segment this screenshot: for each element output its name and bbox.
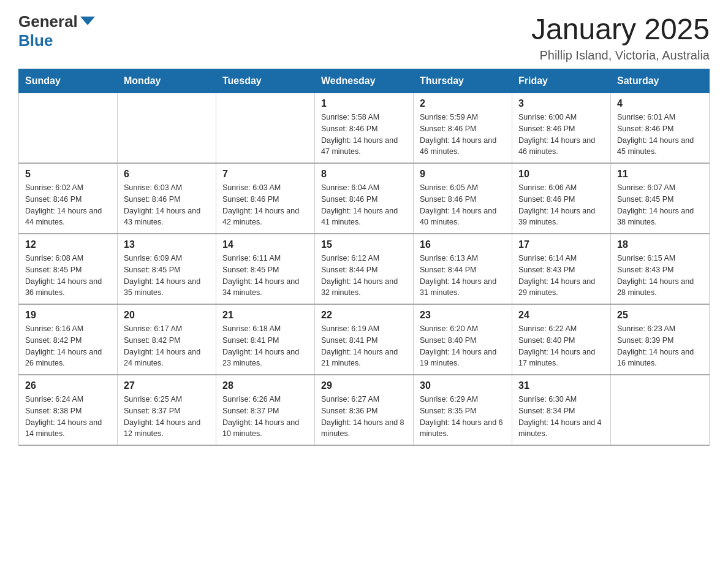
day-info: Sunrise: 6:00 AMSunset: 8:46 PMDaylight:…: [518, 112, 604, 158]
day-number: 19: [25, 310, 111, 321]
day-info: Sunrise: 6:17 AMSunset: 8:42 PMDaylight:…: [124, 323, 210, 369]
day-info: Sunrise: 6:04 AMSunset: 8:46 PMDaylight:…: [321, 182, 407, 228]
logo-general-text: General: [18, 12, 78, 31]
day-number: 21: [222, 310, 308, 321]
calendar-cell: 4Sunrise: 6:01 AMSunset: 8:46 PMDaylight…: [611, 93, 710, 164]
day-number: 3: [518, 98, 604, 109]
day-number: 17: [518, 239, 604, 250]
day-info: Sunrise: 6:13 AMSunset: 8:44 PMDaylight:…: [420, 253, 506, 299]
calendar-cell: 15Sunrise: 6:12 AMSunset: 8:44 PMDayligh…: [315, 234, 414, 304]
day-info: Sunrise: 6:20 AMSunset: 8:40 PMDaylight:…: [420, 323, 506, 369]
calendar-cell: 30Sunrise: 6:29 AMSunset: 8:35 PMDayligh…: [414, 375, 512, 445]
day-info: Sunrise: 6:03 AMSunset: 8:46 PMDaylight:…: [124, 182, 210, 228]
day-info: Sunrise: 6:06 AMSunset: 8:46 PMDaylight:…: [518, 182, 604, 228]
day-info: Sunrise: 6:26 AMSunset: 8:37 PMDaylight:…: [222, 394, 308, 440]
day-number: 7: [222, 169, 308, 180]
day-number: 20: [124, 310, 210, 321]
page-header: General Blue January 2025 Phillip Island…: [18, 12, 710, 63]
day-info: Sunrise: 6:19 AMSunset: 8:41 PMDaylight:…: [321, 323, 407, 369]
day-number: 16: [420, 239, 506, 250]
day-info: Sunrise: 6:02 AMSunset: 8:46 PMDaylight:…: [25, 182, 111, 228]
calendar-cell: 10Sunrise: 6:06 AMSunset: 8:46 PMDayligh…: [512, 163, 611, 234]
calendar-cell: 28Sunrise: 6:26 AMSunset: 8:37 PMDayligh…: [216, 375, 315, 445]
day-info: Sunrise: 6:30 AMSunset: 8:34 PMDaylight:…: [518, 394, 604, 440]
calendar-cell: [118, 93, 216, 164]
day-info: Sunrise: 6:11 AMSunset: 8:45 PMDaylight:…: [222, 253, 308, 299]
calendar-cell: 1Sunrise: 5:58 AMSunset: 8:46 PMDaylight…: [315, 93, 414, 164]
day-number: 24: [518, 310, 604, 321]
calendar-week-row: 1Sunrise: 5:58 AMSunset: 8:46 PMDaylight…: [19, 93, 710, 164]
day-number: 27: [124, 380, 210, 391]
calendar-cell: [611, 375, 710, 445]
day-number: 18: [617, 239, 703, 250]
day-info: Sunrise: 6:08 AMSunset: 8:45 PMDaylight:…: [25, 253, 111, 299]
calendar-cell: [19, 93, 118, 164]
calendar-header-row: SundayMondayTuesdayWednesdayThursdayFrid…: [19, 69, 710, 93]
calendar-cell: 8Sunrise: 6:04 AMSunset: 8:46 PMDaylight…: [315, 163, 414, 234]
logo-blue-text: Blue: [18, 31, 53, 50]
calendar-cell: 14Sunrise: 6:11 AMSunset: 8:45 PMDayligh…: [216, 234, 315, 304]
calendar-week-row: 5Sunrise: 6:02 AMSunset: 8:46 PMDaylight…: [19, 163, 710, 234]
day-info: Sunrise: 6:03 AMSunset: 8:46 PMDaylight:…: [222, 182, 308, 228]
title-block: January 2025 Phillip Island, Victoria, A…: [531, 12, 710, 63]
calendar-cell: 20Sunrise: 6:17 AMSunset: 8:42 PMDayligh…: [118, 304, 216, 375]
calendar-cell: 7Sunrise: 6:03 AMSunset: 8:46 PMDaylight…: [216, 163, 315, 234]
calendar-cell: 3Sunrise: 6:00 AMSunset: 8:46 PMDaylight…: [512, 93, 611, 164]
calendar-cell: 17Sunrise: 6:14 AMSunset: 8:43 PMDayligh…: [512, 234, 611, 304]
day-number: 14: [222, 239, 308, 250]
day-info: Sunrise: 6:15 AMSunset: 8:43 PMDaylight:…: [617, 253, 703, 299]
logo-arrow-icon: [80, 17, 95, 25]
day-number: 26: [25, 380, 111, 391]
calendar-cell: 2Sunrise: 5:59 AMSunset: 8:46 PMDaylight…: [414, 93, 512, 164]
calendar-cell: [216, 93, 315, 164]
day-info: Sunrise: 6:09 AMSunset: 8:45 PMDaylight:…: [124, 253, 210, 299]
day-info: Sunrise: 6:16 AMSunset: 8:42 PMDaylight:…: [25, 323, 111, 369]
calendar-week-row: 12Sunrise: 6:08 AMSunset: 8:45 PMDayligh…: [19, 234, 710, 304]
day-number: 6: [124, 169, 210, 180]
calendar-cell: 25Sunrise: 6:23 AMSunset: 8:39 PMDayligh…: [611, 304, 710, 375]
day-number: 1: [321, 98, 407, 109]
calendar-cell: 27Sunrise: 6:25 AMSunset: 8:37 PMDayligh…: [118, 375, 216, 445]
day-info: Sunrise: 6:07 AMSunset: 8:45 PMDaylight:…: [617, 182, 703, 228]
calendar-week-row: 26Sunrise: 6:24 AMSunset: 8:38 PMDayligh…: [19, 375, 710, 445]
day-number: 13: [124, 239, 210, 250]
column-header-thursday: Thursday: [414, 69, 512, 93]
column-header-monday: Monday: [118, 69, 216, 93]
day-info: Sunrise: 6:01 AMSunset: 8:46 PMDaylight:…: [617, 112, 703, 158]
calendar-cell: 5Sunrise: 6:02 AMSunset: 8:46 PMDaylight…: [19, 163, 118, 234]
day-info: Sunrise: 6:14 AMSunset: 8:43 PMDaylight:…: [518, 253, 604, 299]
day-number: 23: [420, 310, 506, 321]
day-info: Sunrise: 6:25 AMSunset: 8:37 PMDaylight:…: [124, 394, 210, 440]
day-info: Sunrise: 6:22 AMSunset: 8:40 PMDaylight:…: [518, 323, 604, 369]
calendar-cell: 6Sunrise: 6:03 AMSunset: 8:46 PMDaylight…: [118, 163, 216, 234]
calendar-cell: 31Sunrise: 6:30 AMSunset: 8:34 PMDayligh…: [512, 375, 611, 445]
column-header-tuesday: Tuesday: [216, 69, 315, 93]
day-info: Sunrise: 5:59 AMSunset: 8:46 PMDaylight:…: [420, 112, 506, 158]
day-number: 25: [617, 310, 703, 321]
day-number: 11: [617, 169, 703, 180]
day-info: Sunrise: 6:12 AMSunset: 8:44 PMDaylight:…: [321, 253, 407, 299]
day-number: 31: [518, 380, 604, 391]
calendar-cell: 19Sunrise: 6:16 AMSunset: 8:42 PMDayligh…: [19, 304, 118, 375]
day-number: 29: [321, 380, 407, 391]
day-info: Sunrise: 5:58 AMSunset: 8:46 PMDaylight:…: [321, 112, 407, 158]
day-number: 15: [321, 239, 407, 250]
day-info: Sunrise: 6:05 AMSunset: 8:46 PMDaylight:…: [420, 182, 506, 228]
calendar-cell: 18Sunrise: 6:15 AMSunset: 8:43 PMDayligh…: [611, 234, 710, 304]
calendar-cell: 24Sunrise: 6:22 AMSunset: 8:40 PMDayligh…: [512, 304, 611, 375]
column-header-wednesday: Wednesday: [315, 69, 414, 93]
day-info: Sunrise: 6:18 AMSunset: 8:41 PMDaylight:…: [222, 323, 308, 369]
day-number: 28: [222, 380, 308, 391]
calendar-cell: 12Sunrise: 6:08 AMSunset: 8:45 PMDayligh…: [19, 234, 118, 304]
day-info: Sunrise: 6:27 AMSunset: 8:36 PMDaylight:…: [321, 394, 407, 440]
calendar-cell: 22Sunrise: 6:19 AMSunset: 8:41 PMDayligh…: [315, 304, 414, 375]
column-header-sunday: Sunday: [19, 69, 118, 93]
day-number: 5: [25, 169, 111, 180]
calendar-cell: 11Sunrise: 6:07 AMSunset: 8:45 PMDayligh…: [611, 163, 710, 234]
day-number: 8: [321, 169, 407, 180]
calendar-cell: 21Sunrise: 6:18 AMSunset: 8:41 PMDayligh…: [216, 304, 315, 375]
logo: General Blue: [18, 12, 95, 50]
day-number: 10: [518, 169, 604, 180]
day-info: Sunrise: 6:23 AMSunset: 8:39 PMDaylight:…: [617, 323, 703, 369]
calendar-cell: 13Sunrise: 6:09 AMSunset: 8:45 PMDayligh…: [118, 234, 216, 304]
